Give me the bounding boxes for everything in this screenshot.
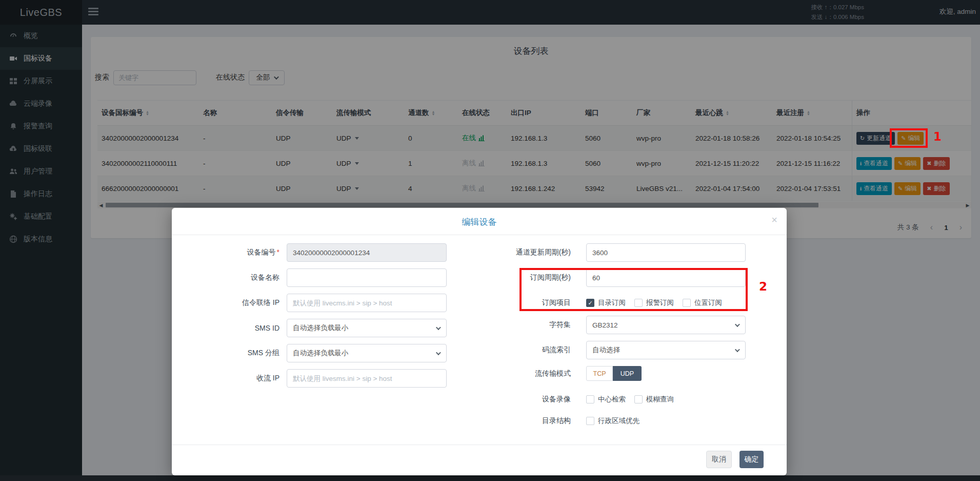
udp-toggle-button[interactable]: UDP bbox=[613, 366, 642, 381]
stream-mode-toggle: TCP UDP bbox=[586, 366, 642, 381]
annotation-box-1 bbox=[890, 128, 928, 148]
center-search-checkbox[interactable]: 中心检索 bbox=[586, 395, 626, 404]
channel-refresh-input[interactable] bbox=[586, 243, 746, 262]
field-stream-index: 码流索引 自动选择 bbox=[468, 341, 776, 359]
modal-header: 编辑设备 × bbox=[172, 208, 787, 235]
field-charset: 字符集 GB2312 bbox=[468, 316, 776, 334]
annotation-number-1: 1 bbox=[933, 130, 942, 143]
modal-footer: 取消 确定 bbox=[172, 445, 787, 475]
checkbox-icon bbox=[586, 417, 594, 425]
field-stream-mode: 流传输模式 TCP UDP bbox=[468, 366, 776, 381]
modal-title: 编辑设备 bbox=[172, 216, 787, 228]
stream-index-select[interactable]: 自动选择 bbox=[586, 341, 746, 359]
confirm-button[interactable]: 确定 bbox=[739, 451, 764, 468]
checkbox-icon bbox=[634, 395, 643, 403]
field-device-id: 设备编号* bbox=[184, 243, 453, 262]
device-id-input bbox=[287, 243, 447, 262]
edit-device-modal: 编辑设备 × 设备编号* 设备名称 信令联络 IP SMS ID 自动选择负载最… bbox=[172, 208, 787, 475]
field-device-name: 设备名称 bbox=[184, 268, 453, 287]
signal-ip-input[interactable] bbox=[287, 294, 447, 312]
chevron-down-icon bbox=[436, 325, 441, 330]
checkbox-icon bbox=[586, 395, 594, 403]
field-channel-refresh: 通道更新周期(秒) bbox=[468, 243, 776, 262]
field-device-record: 设备录像 中心检索 模糊查询 bbox=[468, 393, 776, 406]
stream-ip-input[interactable] bbox=[287, 369, 447, 388]
field-signal-ip: 信令联络 IP bbox=[184, 294, 453, 312]
required-asterisk: * bbox=[277, 248, 279, 256]
chevron-down-icon bbox=[735, 322, 740, 327]
chevron-down-icon bbox=[436, 350, 441, 355]
cancel-button[interactable]: 取消 bbox=[706, 451, 732, 468]
admin-region-priority-checkbox[interactable]: 行政区域优先 bbox=[586, 416, 639, 426]
field-sms-id: SMS ID 自动选择负载最小 bbox=[184, 319, 453, 337]
field-stream-ip: 收流 IP bbox=[184, 369, 453, 388]
livegbs-app: LiveGBS 接收 ↑：0.027 Mbps 发送 ↓：0.006 Mbps … bbox=[0, 0, 980, 481]
annotation-box-2 bbox=[519, 268, 748, 311]
field-sms-group: SMS 分组 自动选择负载最小 bbox=[184, 344, 453, 362]
charset-select[interactable]: GB2312 bbox=[586, 316, 746, 334]
fuzzy-query-checkbox[interactable]: 模糊查询 bbox=[634, 395, 674, 404]
sms-group-select[interactable]: 自动选择负载最小 bbox=[287, 344, 447, 362]
sms-id-select[interactable]: 自动选择负载最小 bbox=[287, 319, 447, 337]
chevron-down-icon bbox=[735, 347, 740, 352]
annotation-number-2: 2 bbox=[759, 280, 767, 293]
tcp-toggle-button[interactable]: TCP bbox=[586, 366, 613, 381]
device-name-input[interactable] bbox=[287, 268, 447, 287]
close-icon[interactable]: × bbox=[771, 214, 777, 226]
field-dir-structure: 目录结构 行政区域优先 bbox=[468, 415, 776, 427]
